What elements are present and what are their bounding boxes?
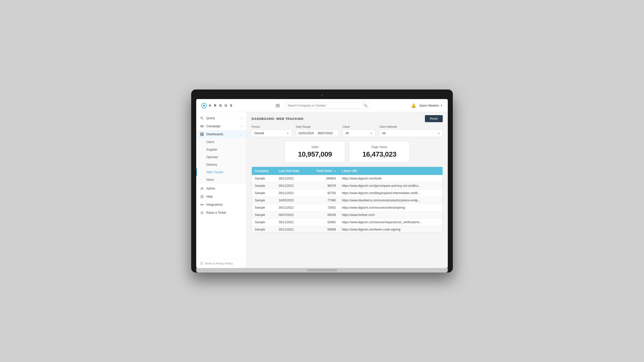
cell-url: https://www.digicert.com/jp/compare-and-… (339, 182, 442, 190)
client-filter-group: Client All ▼ (343, 125, 375, 137)
page-views-card: Page Views 16,473,023 (349, 141, 410, 163)
svg-rect-5 (200, 134, 202, 136)
cell-company: Sample (252, 175, 276, 182)
sidebar-integrations-label: Integrations (206, 203, 223, 206)
sidebar-nav: Query > Campaign > (196, 112, 246, 259)
table-row[interactable]: Sample 30/11/2021 59689 https://www.digi… (252, 226, 442, 233)
col-company: Company (252, 167, 276, 175)
svg-point-7 (201, 188, 203, 189)
col-total-visits[interactable]: Total Visits ▼ (308, 167, 339, 175)
svg-rect-4 (202, 133, 204, 134)
sidebar-item-delivery[interactable]: Delivery (196, 161, 246, 168)
sidebar-admin-label: Admin (206, 187, 215, 190)
svg-point-11 (202, 204, 203, 205)
footer-text[interactable]: Terms & Privacy Policy (205, 262, 233, 265)
sidebar-item-admin[interactable]: Admin (196, 185, 246, 193)
client-caret-icon: ▼ (370, 132, 373, 135)
table-row[interactable]: Sample 30/11/2021 82793 https://www.digi… (252, 190, 442, 197)
cell-company: Sample (252, 204, 276, 211)
cell-total-visits: 69339 (308, 211, 339, 219)
topbar-right: 🔔 Jason Newton ▼ (411, 103, 443, 108)
svg-rect-6 (202, 134, 204, 136)
cell-url: https://www.digicert.com/blog/expired-in… (339, 190, 442, 197)
svg-rect-3 (200, 133, 202, 134)
client-label: Client (343, 125, 375, 128)
table-wrapper[interactable]: Company Last Visit Date Total Visits ▼ (252, 167, 442, 232)
sidebar-item-help[interactable]: ? Help (196, 193, 246, 201)
page-title: DASHBOARD: WEB TRACKING (252, 117, 304, 121)
sidebar-campaign-arrow: > (241, 125, 242, 128)
client-website-select[interactable]: All ▼ (379, 129, 443, 137)
sidebar-raise-ticket-label: Raise a Ticket (206, 211, 226, 214)
user-dropdown[interactable]: Jason Newton ▼ (419, 104, 443, 107)
sidebar-item-operator[interactable]: Operator (196, 153, 246, 161)
hamburger-icon[interactable] (276, 104, 280, 107)
visits-label: Visits (295, 145, 335, 149)
cell-url: https://www.fortinet.com/ (339, 211, 442, 219)
period-select[interactable]: Overall ▼ (252, 129, 292, 137)
table-row[interactable]: Sample 06/07/2022 69339 https://www.fort… (252, 211, 442, 219)
admin-nav-icon (200, 187, 204, 190)
app-container: Query > Campaign > (196, 112, 448, 268)
table-row[interactable]: Sample 30/11/2021 90078 https://www.digi… (252, 182, 442, 190)
sidebar-query-arrow: > (241, 117, 242, 120)
document-icon (200, 262, 203, 265)
cell-last-visit: 30/11/2021 (276, 204, 308, 211)
sidebar-item-raise-ticket[interactable]: Raise a Ticket (196, 209, 246, 217)
sidebar-item-intent[interactable]: Intent (196, 176, 246, 184)
cell-company: Sample (252, 190, 276, 197)
cell-last-visit: 30/11/2021 (276, 226, 308, 233)
sidebar-item-query[interactable]: Query > (196, 114, 246, 122)
sidebar-item-integrations[interactable]: Integrations (196, 201, 246, 209)
cell-last-visit: 18/05/2022 (276, 197, 308, 204)
cell-company: Sample (252, 226, 276, 233)
sort-arrow-icon: ▼ (334, 170, 336, 172)
content-header: DASHBOARD: WEB TRACKING Reset (247, 112, 448, 125)
cell-last-visit: 06/07/2022 (276, 211, 308, 219)
dashboard-nav-icon (200, 132, 204, 136)
client-website-label: Client Website (379, 125, 443, 128)
search-input[interactable] (288, 104, 362, 107)
sidebar: Query > Campaign > (196, 112, 247, 268)
cell-total-visits: 90078 (308, 182, 339, 190)
user-name: Jason Newton (419, 104, 439, 107)
col-latest-url[interactable]: Latest URL (339, 167, 442, 175)
cell-url: https://www.blackberry.com/us/en/product… (339, 197, 442, 204)
sidebar-item-client[interactable]: Client (196, 138, 246, 146)
sidebar-item-web-tracker[interactable]: Web Tracker (196, 168, 246, 176)
search-box: 🔍 (285, 102, 370, 109)
col-last-visit[interactable]: Last Visit Date (276, 167, 308, 175)
filters-row: Period Overall ▼ Date Range 01/01/2019 0… (247, 125, 448, 141)
table-row[interactable]: Sample 18/05/2022 77080 https://www.blac… (252, 197, 442, 204)
date-range-filter-group: Date Range 01/01/2019 06/07/2022 (296, 125, 339, 137)
cell-last-visit: 30/11/2021 (276, 175, 308, 182)
cell-total-visits: 59689 (308, 226, 339, 233)
cell-url: https://www.digicert.com/tools (339, 175, 442, 182)
client-value: All (345, 131, 349, 135)
stats-row: Visits 10,957,009 Page Views 16,473,023 (247, 141, 448, 167)
client-website-caret-icon: ▼ (437, 132, 440, 135)
ticket-nav-icon (200, 211, 204, 214)
table-row[interactable]: Sample 30/11/2021 284903 https://www.dig… (252, 175, 442, 182)
date-range-select[interactable]: 01/01/2019 06/07/2022 (296, 129, 339, 137)
user-caret-icon: ▼ (440, 104, 443, 107)
main-content: DASHBOARD: WEB TRACKING Reset Period Ove… (247, 112, 448, 268)
integrations-nav-icon (200, 203, 204, 206)
reset-button[interactable]: Reset (425, 115, 443, 122)
logo-icon (201, 103, 207, 108)
bell-icon[interactable]: 🔔 (411, 103, 416, 108)
data-table: Company Last Visit Date Total Visits ▼ (252, 167, 442, 232)
sidebar-item-dashboards[interactable]: Dashboards ⌄ (196, 130, 246, 138)
sidebar-item-campaign[interactable]: Campaign > (196, 122, 246, 130)
dashboard-submenu: Client Supplier Operator Delivery Web Tr (196, 138, 246, 184)
sidebar-footer: Terms & Privacy Policy (196, 259, 246, 268)
logo-text: A R G U S (209, 104, 233, 107)
cell-total-visits: 62882 (308, 219, 339, 226)
campaign-nav-icon (200, 124, 204, 128)
cell-url: https://www.digicert.com/tw/ev-code-sign… (339, 226, 442, 233)
sidebar-item-supplier[interactable]: Supplier (196, 146, 246, 153)
client-select[interactable]: All ▼ (343, 129, 375, 137)
table-row[interactable]: Sample 30/11/2021 72602 https://www.digi… (252, 204, 442, 211)
period-filter-group: Period Overall ▼ (252, 125, 292, 137)
table-row[interactable]: Sample 30/11/2021 62882 https://www.digi… (252, 219, 442, 226)
